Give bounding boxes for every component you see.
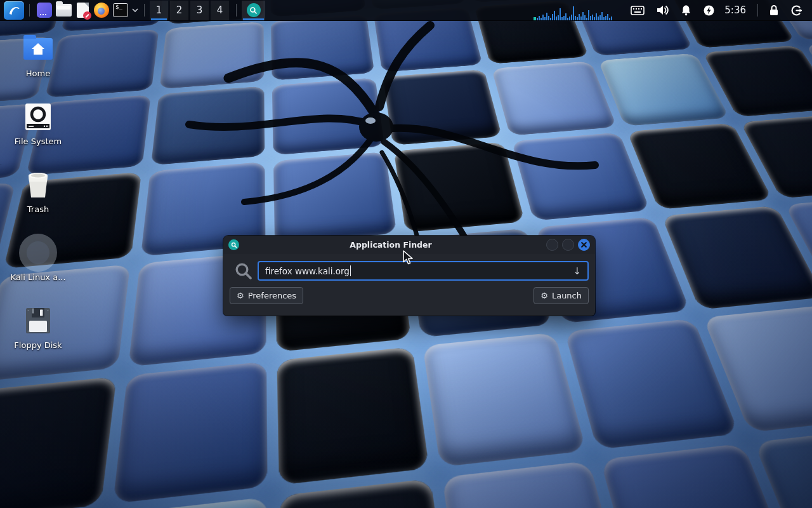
cpu-graph-bar — [571, 15, 572, 20]
launcher-terminal[interactable]: $_ — [111, 1, 130, 20]
cpu-graph-bar — [577, 17, 578, 20]
application-finder-task-icon — [247, 3, 261, 17]
power-bolt-icon — [703, 4, 715, 17]
file-manager-icon — [56, 4, 72, 17]
notifications-indicator[interactable] — [681, 4, 691, 16]
cpu-graph-bar — [607, 14, 608, 20]
desktop-icon-label: Trash — [27, 205, 49, 215]
desktop-icon-label: Kali Linux a... — [10, 273, 65, 283]
cpu-graph-bar — [542, 15, 544, 20]
taskbar-application-finder[interactable] — [242, 1, 265, 20]
home-folder-icon — [23, 38, 53, 60]
screen-lock-indicator[interactable] — [769, 4, 779, 16]
dialog-titlebar[interactable]: Application Finder — [223, 236, 595, 254]
command-input[interactable]: firefox www.kali.org ↓ — [258, 261, 589, 281]
close-button[interactable] — [578, 239, 590, 251]
applications-menu-button[interactable] — [4, 1, 24, 20]
cpu-graph-bar — [609, 18, 610, 20]
clock[interactable]: 5:36 — [724, 4, 746, 16]
terminal-icon: $_ — [113, 3, 128, 17]
keyboard-indicator[interactable] — [631, 6, 645, 15]
panel-separator — [144, 4, 145, 17]
cpu-graph-bar — [601, 12, 603, 20]
text-editor-icon — [77, 3, 89, 18]
wallpaper-cube — [422, 333, 586, 467]
cpu-graph-bar — [588, 10, 589, 20]
launcher-text-editor[interactable] — [73, 1, 92, 20]
text-caret — [350, 265, 351, 276]
volume-icon — [656, 4, 669, 16]
cpu-graph-bar — [556, 17, 557, 20]
house-glyph-icon — [23, 38, 53, 60]
chevron-down-icon[interactable] — [131, 8, 139, 13]
wallpaper-cube — [662, 206, 812, 310]
workspace-button-3[interactable]: 3 — [190, 1, 209, 20]
wallpaper-cube — [0, 377, 117, 508]
power-manager-indicator[interactable] — [703, 4, 715, 17]
command-input-value: firefox www.kali.org — [265, 266, 350, 276]
cpu-graph-bar — [580, 17, 582, 20]
desktop-icon-trash[interactable]: Trash — [8, 166, 69, 234]
wallpaper-cube — [383, 69, 502, 145]
cpu-graph-bar — [552, 14, 553, 20]
dialog-title: Application Finder — [239, 240, 542, 250]
maximize-button[interactable] — [562, 239, 574, 251]
cpu-graph-bar — [611, 17, 612, 20]
launch-button[interactable]: ⚙ Launch — [534, 287, 589, 304]
cpu-graph-bar — [586, 18, 587, 20]
cpu-graph-bar — [540, 18, 542, 20]
search-glyph — [230, 262, 258, 281]
keyboard-icon — [631, 6, 645, 15]
desktop-icon-floppy[interactable]: Floppy Disk — [8, 302, 69, 370]
desktop-icon-label: File System — [15, 137, 62, 147]
bell-icon — [681, 4, 691, 16]
launcher-firefox[interactable] — [92, 1, 111, 20]
gear-icon: ⚙ — [237, 291, 244, 300]
panel-separator — [757, 4, 758, 17]
wallpaper-cube — [512, 132, 650, 220]
volume-indicator[interactable] — [656, 4, 669, 16]
cpu-graph-bar — [599, 15, 601, 20]
cpu-graph[interactable] — [534, 1, 615, 20]
logout-indicator[interactable] — [790, 4, 802, 17]
wallpaper-cube — [272, 77, 384, 155]
launch-button-label: Launch — [552, 291, 582, 300]
desktop-icon-column: Home File System Trash Kali Linux — [8, 30, 69, 370]
logout-icon — [790, 4, 802, 17]
desktop-icon-file-system[interactable]: File System — [8, 98, 69, 166]
cpu-graph-bar — [560, 8, 561, 20]
cpu-graph-bar — [567, 18, 568, 20]
wallpaper-cube — [277, 347, 429, 485]
preferences-button[interactable]: ⚙ Preferences — [230, 287, 303, 304]
file-system-drive-icon — [24, 102, 52, 131]
cpu-graph-bar — [584, 15, 586, 20]
panel-separator — [236, 4, 237, 17]
cpu-graph-bar — [539, 16, 540, 20]
launcher-file-manager[interactable] — [54, 1, 73, 20]
cpu-graph-bar — [579, 14, 580, 20]
wallpaper-cube — [273, 152, 396, 244]
minimize-button[interactable] — [546, 239, 558, 251]
trash-can-icon — [25, 170, 51, 199]
cpu-graph-bar — [546, 13, 547, 20]
top-panel: $_ 1 2 3 4 — [0, 0, 812, 21]
desktop-icon-home[interactable]: Home — [8, 30, 69, 98]
history-dropdown-arrow-icon[interactable]: ↓ — [573, 265, 581, 277]
launcher-window-app[interactable] — [35, 1, 54, 20]
workspace-button-4[interactable]: 4 — [211, 1, 229, 20]
cpu-graph-bar — [554, 11, 555, 20]
search-icon — [231, 242, 237, 248]
window-app-badge — [228, 239, 239, 250]
cpu-graph-bar — [548, 16, 549, 20]
cpu-graph-bar — [582, 12, 584, 20]
workspace-button-2[interactable]: 2 — [170, 1, 188, 20]
workspace-label: 4 — [217, 4, 223, 16]
kali-docs-icon — [19, 234, 57, 272]
workspace-button-1[interactable]: 1 — [150, 1, 168, 20]
desktop-icon-label: Home — [26, 69, 50, 79]
cpu-graph-bar — [561, 17, 563, 20]
cpu-graph-bar — [575, 16, 576, 20]
cpu-graph-bar — [592, 15, 593, 20]
desktop-icon-kali-docs[interactable]: Kali Linux a... — [8, 234, 69, 302]
firefox-icon — [94, 3, 109, 18]
